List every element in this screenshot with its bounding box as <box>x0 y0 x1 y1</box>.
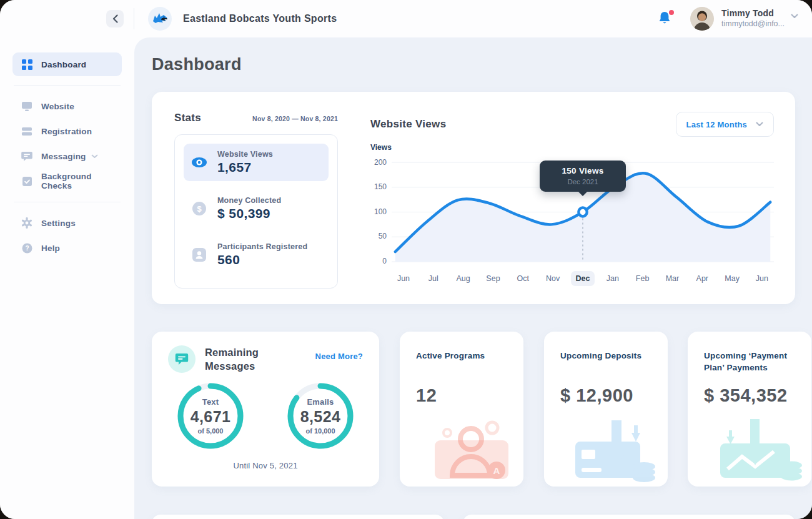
brand-logo-icon <box>148 7 172 31</box>
topbar-divider <box>134 8 134 29</box>
stat-label: Participants Registered <box>217 242 307 251</box>
partial-card <box>463 515 795 519</box>
user-info[interactable]: Timmy Todd timmytodd@info... <box>721 8 785 29</box>
stats-panel: Website Views 1,657 $ Money Collected $ … <box>174 134 338 289</box>
grid-icon <box>21 59 32 70</box>
payments-illustration <box>714 415 808 484</box>
chart-marker[interactable] <box>578 208 587 217</box>
stat-value: 1,657 <box>217 160 273 175</box>
sidebar-item-label: Settings <box>41 219 76 228</box>
card-title: Remaining Messages <box>205 345 280 373</box>
person-icon <box>191 247 207 262</box>
avatar[interactable] <box>690 7 714 31</box>
notification-badge <box>669 10 674 15</box>
eye-icon <box>191 157 207 168</box>
remaining-messages-card: Remaining Messages Need More? Text 4,671… <box>152 332 379 487</box>
message-icon <box>168 345 196 373</box>
y-tick: 50 <box>379 232 387 240</box>
sidebar-item-label: Background Checks <box>41 172 113 190</box>
tooltip-value: 150 Views <box>540 166 626 175</box>
gauge-label: Text <box>202 397 219 407</box>
tooltip-date: Dec 2021 <box>540 178 626 185</box>
x-axis-labels: Jun Jul Aug Sep Oct Nov Dec Jan Feb Mar … <box>392 271 774 286</box>
month-label[interactable]: Jun <box>392 271 415 286</box>
card-title: Active Programs <box>416 350 507 362</box>
stats-section: Stats Nov 8, 2020 — Nov 8, 2021 Website … <box>174 112 338 288</box>
stat-row-money-collected[interactable]: $ Money Collected $ 50,399 <box>184 190 329 227</box>
line-chart[interactable]: 150 Views Dec 2021 <box>392 161 774 264</box>
gauge-label: Emails <box>307 397 334 407</box>
notifications-button[interactable] <box>658 11 674 27</box>
gauge-max: of 5,000 <box>198 427 224 435</box>
month-label[interactable]: Jan <box>601 271 625 286</box>
month-label-active[interactable]: Dec <box>571 271 595 286</box>
chevron-left-icon <box>112 14 118 23</box>
upcoming-deposits-card: Upcoming Deposits $ 12,900 <box>544 332 668 487</box>
sidebar-item-dashboard[interactable]: Dashboard <box>12 52 122 76</box>
payment-plan-card: Upcoming ‘Payment Plan’ Payments $ 354,3… <box>688 332 811 487</box>
sidebar-item-help[interactable]: ? Help <box>12 236 122 260</box>
brand-name: Eastland Bobcats Youth Sports <box>183 13 337 24</box>
active-programs-card: Active Programs 12 A <box>400 332 523 487</box>
chart-tooltip: 150 Views Dec 2021 <box>540 161 626 192</box>
chat-icon <box>21 151 32 162</box>
question-icon: ? <box>21 242 32 254</box>
stat-label: Money Collected <box>217 196 281 205</box>
chart-title: Website Views <box>370 118 446 131</box>
month-label[interactable]: Jul <box>422 271 445 286</box>
gauge-max: of 10,000 <box>305 427 335 435</box>
svg-text:$: $ <box>197 204 202 214</box>
next-row-partial <box>152 515 795 519</box>
card-value: $ 12,900 <box>560 385 633 406</box>
month-label[interactable]: Aug <box>452 271 475 286</box>
gear-icon <box>21 217 32 229</box>
stat-row-participants[interactable]: Participants Registered 560 <box>184 236 329 274</box>
messages-expiry: Until Nov 5, 2021 <box>168 461 363 470</box>
month-label[interactable]: Feb <box>631 271 655 286</box>
stat-row-website-views[interactable]: Website Views 1,657 <box>184 144 329 181</box>
card-title: Upcoming ‘Payment Plan’ Payments <box>704 350 795 374</box>
gauge-value: 4,671 <box>191 408 231 426</box>
back-button[interactable] <box>106 10 124 27</box>
chevron-down-icon <box>756 122 763 127</box>
gauge-value: 8,524 <box>300 408 341 426</box>
month-label[interactable]: Jun <box>750 271 774 286</box>
sidebar-item-label: Website <box>41 102 74 111</box>
stat-value: $ 50,399 <box>217 206 281 221</box>
stats-date-range: Nov 8, 2020 — Nov 8, 2021 <box>252 115 338 122</box>
sidebar-item-settings[interactable]: Settings <box>12 211 122 235</box>
month-label[interactable]: Sep <box>481 271 505 286</box>
check-badge-icon <box>21 175 32 187</box>
chevron-down-icon[interactable] <box>791 14 798 19</box>
card-value: $ 354,352 <box>704 385 788 406</box>
sidebar-item-registration[interactable]: Registration <box>12 119 122 143</box>
month-label[interactable]: Oct <box>511 271 535 286</box>
month-label[interactable]: May <box>720 271 744 286</box>
chevron-down-icon <box>91 154 98 159</box>
monitor-icon <box>21 101 32 112</box>
dollar-icon: $ <box>191 201 207 216</box>
user-email: timmytodd@info... <box>721 19 785 29</box>
need-more-link[interactable]: Need More? <box>315 352 363 361</box>
stats-heading: Stats <box>174 112 201 124</box>
main-content: Dashboard Stats Nov 8, 2020 — Nov 8, 202… <box>134 37 812 519</box>
sidebar-divider <box>14 202 121 202</box>
sidebar: Dashboard Website Registration Messaging <box>0 37 134 519</box>
range-selector-value: Last 12 Months <box>686 120 747 129</box>
month-label[interactable]: Nov <box>541 271 565 286</box>
svg-text:A: A <box>493 465 500 476</box>
sidebar-item-website[interactable]: Website <box>12 94 122 118</box>
range-selector[interactable]: Last 12 Months <box>676 112 774 137</box>
y-tick: 100 <box>374 207 387 216</box>
sidebar-item-label: Registration <box>41 127 92 136</box>
month-label[interactable]: Apr <box>690 271 714 286</box>
text-messages-gauge: Text 4,671 of 5,000 <box>176 381 245 451</box>
sidebar-item-messaging[interactable]: Messaging <box>12 144 122 168</box>
month-label[interactable]: Mar <box>660 271 684 286</box>
list-icon <box>21 126 32 137</box>
avatar-photo <box>690 7 714 31</box>
sidebar-item-label: Messaging <box>41 152 86 161</box>
emails-gauge: Emails 8,524 of 10,000 <box>285 381 355 451</box>
sidebar-item-background-checks[interactable]: Background Checks <box>12 169 122 193</box>
app-window: Eastland Bobcats Youth Sports Timmy Todd <box>0 0 812 519</box>
